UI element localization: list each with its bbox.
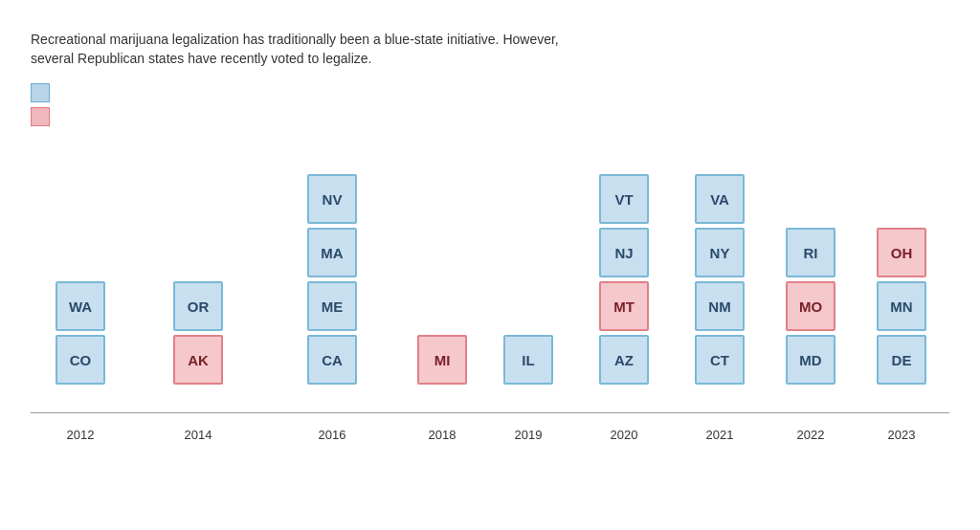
state-box: NV: [307, 174, 357, 224]
state-box: MO: [786, 281, 835, 331]
chart-subtitle: Recreational marijuana legalization has …: [31, 31, 605, 68]
year-label: 2018: [429, 428, 457, 442]
state-box: MD: [786, 335, 835, 385]
state-box: NJ: [599, 228, 649, 277]
year-label: 2019: [515, 428, 543, 442]
legend-blue-box: [31, 83, 50, 102]
year-label: 2022: [797, 428, 825, 442]
legend: [31, 83, 949, 126]
state-box: NY: [695, 228, 745, 277]
state-box: CA: [307, 335, 357, 385]
year-label: 2021: [706, 428, 734, 442]
state-box: WA: [56, 281, 105, 331]
state-box: MA: [307, 228, 357, 277]
year-label: 2016: [319, 428, 346, 442]
state-box: DE: [877, 335, 926, 385]
state-box: VT: [599, 174, 649, 224]
legend-red-box: [31, 107, 50, 126]
year-label: 2020: [611, 428, 638, 442]
state-box: NM: [695, 281, 745, 331]
year-label: 2014: [185, 428, 212, 442]
state-box: IL: [503, 335, 553, 385]
state-box: MN: [877, 281, 926, 331]
timeline-axis: [31, 412, 949, 413]
year-label: 2023: [888, 428, 916, 442]
year-label: 2012: [67, 428, 95, 442]
state-box: AK: [173, 335, 223, 385]
legend-red: [31, 107, 949, 126]
state-box: MT: [599, 281, 649, 331]
state-box: MI: [417, 335, 467, 385]
state-box: CO: [56, 335, 105, 385]
state-box: CT: [695, 335, 745, 385]
legend-blue: [31, 83, 949, 102]
state-box: VA: [695, 174, 745, 224]
state-box: ME: [307, 281, 357, 331]
chart-area: COWAAKORCAMEMANVMIILAZMTNJVTCTNMNYVAMDMO…: [31, 145, 949, 442]
state-box: OR: [173, 281, 223, 331]
state-box: OH: [877, 228, 926, 277]
state-box: AZ: [599, 335, 649, 385]
state-box: RI: [786, 228, 835, 277]
